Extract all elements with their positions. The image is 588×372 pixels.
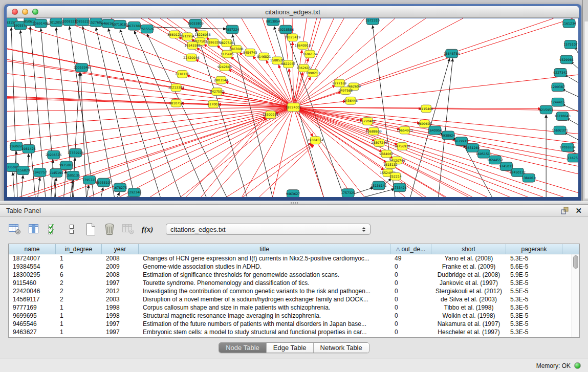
graph-node[interactable]: 1209387: [551, 83, 565, 92]
graph-node[interactable]: 9745012: [499, 162, 514, 171]
graph-node[interactable]: 1384910: [522, 173, 536, 182]
column-header-year[interactable]: year: [102, 244, 139, 254]
graph-node[interactable]: 2718126: [175, 70, 189, 78]
graph-node[interactable]: 18325419: [285, 34, 301, 41]
graph-node[interactable]: 8454743: [243, 49, 257, 56]
rows-icon[interactable]: [65, 223, 78, 236]
graph-node[interactable]: 1292346: [127, 188, 142, 197]
graph-node[interactable]: 19218586: [278, 25, 294, 34]
tab-node-table[interactable]: Node Table: [219, 343, 267, 353]
graph-node[interactable]: 15692371: [552, 126, 568, 135]
graph-node[interactable]: 2436448: [343, 97, 358, 104]
graph-node[interactable]: 9827508: [220, 39, 234, 47]
column-header-title[interactable]: title: [139, 244, 390, 254]
graph-node[interactable]: 16033809: [187, 19, 204, 28]
table-row[interactable]: 1938455462009Genome-wide association stu…: [9, 262, 579, 271]
graph-node[interactable]: 19384554: [308, 137, 324, 144]
citation-network-graph[interactable]: 1872400786601238912954182260589827503165…: [7, 18, 578, 197]
graph-node[interactable]: 1981426: [21, 145, 36, 154]
graph-node[interactable]: 20206576: [46, 150, 62, 159]
graph-node[interactable]: 116753: [568, 154, 578, 162]
graph-node[interactable]: 8912954: [180, 33, 194, 40]
graph-node[interactable]: 7857224: [225, 25, 239, 34]
graph-node[interactable]: 8427552: [210, 88, 224, 96]
graph-node[interactable]: 9684067: [379, 150, 394, 158]
tab-edge-table[interactable]: Edge Table: [267, 343, 314, 353]
graph-node[interactable]: 1505135: [66, 171, 80, 180]
table-row[interactable]: 1872400712008Changes of HCN gene express…: [9, 254, 579, 262]
graph-node[interactable]: 9463627: [286, 190, 300, 197]
graph-node[interactable]: 2012055: [49, 18, 63, 27]
graph-node[interactable]: 18640910: [295, 42, 311, 50]
network-canvas[interactable]: 1872400786601238912954182260589827503165…: [7, 18, 578, 197]
graph-node[interactable]: 10855227: [75, 18, 91, 26]
graph-node[interactable]: 8186328: [206, 39, 221, 47]
graph-node[interactable]: 9938924: [441, 131, 455, 140]
new-document-icon[interactable]: [84, 223, 97, 236]
graph-node[interactable]: 1244415: [551, 98, 565, 106]
graph-node[interactable]: 8660123: [167, 31, 182, 38]
graph-node[interactable]: 252214: [389, 172, 402, 180]
graph-node[interactable]: 8822037: [281, 60, 296, 68]
graph-node[interactable]: 1640954: [428, 126, 442, 135]
close-panel-icon[interactable]: ✕: [575, 207, 582, 214]
graph-node[interactable]: 6679915: [454, 137, 469, 146]
graph-node[interactable]: 1615132: [383, 161, 398, 169]
graph-node[interactable]: 1942757: [33, 168, 47, 177]
graph-node[interactable]: 20691406: [33, 19, 49, 28]
graph-node[interactable]: 1575107: [563, 40, 578, 49]
graph-node[interactable]: 1795725: [82, 176, 97, 184]
table-settings-icon[interactable]: [8, 223, 21, 236]
graph-node[interactable]: 1696174: [303, 50, 317, 58]
graph-node[interactable]: 16648784: [444, 49, 460, 58]
panel-splitter[interactable]: [0, 201, 588, 204]
graph-node[interactable]: 1161234: [562, 19, 576, 28]
table-row[interactable]: 2242004622012Investigating the contribut…: [9, 287, 579, 295]
table-row[interactable]: 969969511998Structural magnetic resonanc…: [9, 312, 579, 320]
graph-node[interactable]: 9215953: [539, 105, 553, 114]
select-columns-icon[interactable]: [27, 223, 40, 236]
graph-node[interactable]: 12213383: [168, 84, 184, 92]
graph-node[interactable]: 20053346: [74, 63, 90, 72]
graph-node[interactable]: 1757325: [341, 189, 355, 197]
column-header-short[interactable]: short: [431, 244, 506, 254]
graph-node[interactable]: 9777169: [332, 79, 346, 87]
column-header-in_degree[interactable]: in_degree: [56, 244, 102, 254]
graph-node[interactable]: 16210643: [554, 112, 571, 121]
function-builder-icon[interactable]: f(x): [141, 223, 154, 236]
table-scrollbar[interactable]: [572, 254, 579, 337]
float-panel-icon[interactable]: [560, 207, 569, 215]
scrollbar-thumb[interactable]: [573, 255, 578, 269]
table-row[interactable]: 1456911722003Disruption of a novel membe…: [9, 295, 579, 303]
graph-node[interactable]: 9242848: [217, 63, 232, 71]
import-table-icon[interactable]: [122, 223, 135, 236]
graph-node[interactable]: 1678275: [113, 183, 127, 192]
graph-node[interactable]: 9975887: [59, 161, 74, 170]
tab-network-table[interactable]: Network Table: [314, 343, 369, 353]
graph-node[interactable]: 1990213: [306, 70, 320, 77]
table-selector-dropdown[interactable]: citations_edges.txt: [166, 224, 371, 235]
graph-node[interactable]: 7515526: [140, 25, 155, 33]
graph-node[interactable]: 17359928: [68, 148, 84, 157]
graph-node[interactable]: 9851260: [466, 144, 480, 152]
graph-node[interactable]: 18226058: [194, 31, 211, 38]
graph-node[interactable]: 9115460: [419, 105, 433, 113]
graph-node[interactable]: 10719185: [112, 20, 128, 29]
graph-node[interactable]: 16958107: [96, 178, 112, 187]
graph-node[interactable]: 1733426: [393, 183, 407, 192]
graph-node[interactable]: 3175685: [220, 50, 234, 58]
graph-node[interactable]: 19654923: [397, 126, 413, 134]
graph-node[interactable]: 5572310: [365, 18, 380, 25]
graph-node[interactable]: 19756928: [394, 143, 410, 150]
column-header-out_de[interactable]: △out_de...: [390, 244, 431, 254]
window-titlebar[interactable]: citations_edges.txt: [7, 6, 579, 18]
column-header-name[interactable]: name: [9, 244, 56, 254]
column-header-pagerank[interactable]: pagerank: [506, 244, 562, 254]
graph-node[interactable]: 9227342: [553, 69, 568, 77]
graph-node[interactable]: 17016534: [559, 143, 576, 152]
graph-node[interactable]: 18724007: [286, 103, 302, 112]
table-row[interactable]: 977716911998Corpus callosum shape and si…: [9, 303, 579, 312]
graph-node[interactable]: 8671388: [127, 21, 142, 30]
graph-node[interactable]: 15136141: [371, 181, 387, 190]
graph-node[interactable]: 9497568: [338, 87, 353, 95]
